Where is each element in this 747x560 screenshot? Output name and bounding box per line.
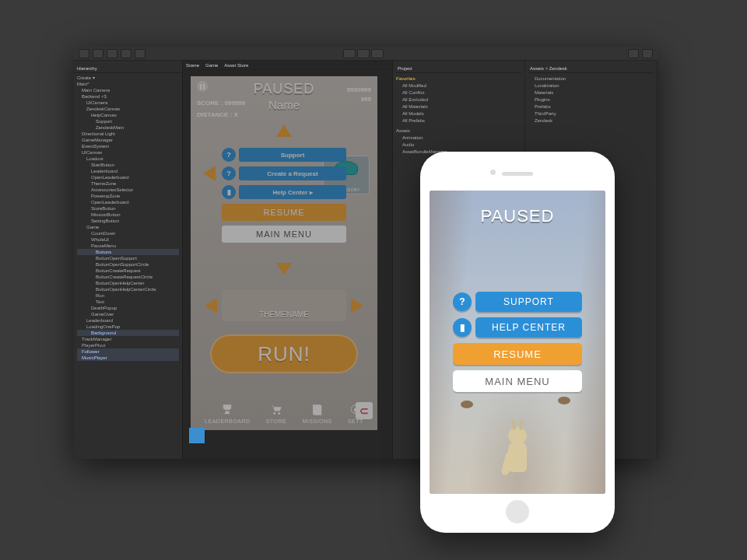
breadcrumb[interactable]: Assets > Zendesk bbox=[530, 66, 567, 71]
project-item[interactable]: Audio bbox=[396, 142, 521, 149]
hierarchy-item[interactable]: StartButton bbox=[77, 162, 179, 168]
hierarchy-item[interactable]: Backend <3 bbox=[77, 93, 179, 100]
theme-selector[interactable]: THEMENAME bbox=[222, 290, 346, 321]
hierarchy-item[interactable]: Create ▾ bbox=[77, 75, 179, 81]
project-item[interactable]: Prefabs bbox=[528, 103, 654, 110]
arrow-right-icon[interactable] bbox=[351, 298, 363, 313]
hierarchy-item[interactable]: Leaderboard bbox=[77, 168, 179, 174]
play-button[interactable] bbox=[343, 49, 356, 58]
help-center-button[interactable]: Help Center ▸ bbox=[239, 185, 346, 199]
run-button[interactable]: RUN! bbox=[210, 334, 358, 373]
rect-tool[interactable] bbox=[135, 49, 146, 58]
hierarchy-tab[interactable]: Hierarchy bbox=[77, 66, 97, 71]
layers-dropdown[interactable] bbox=[628, 49, 639, 58]
hierarchy-item[interactable]: Main* bbox=[77, 81, 179, 87]
nav-leaderboard[interactable]: LEADERBOARD bbox=[205, 403, 250, 424]
hierarchy-item[interactable]: UICanvas bbox=[77, 149, 179, 156]
hierarchy-item[interactable]: GameManager bbox=[77, 137, 179, 143]
phone-support-button[interactable]: SUPPORT bbox=[475, 292, 582, 312]
hierarchy-item[interactable]: Main Camera bbox=[77, 87, 179, 93]
hierarchy-item[interactable]: Follower bbox=[77, 348, 179, 355]
arrow-down-icon[interactable] bbox=[276, 263, 292, 275]
hierarchy-item[interactable]: Support bbox=[77, 118, 179, 124]
hierarchy-item[interactable]: Run bbox=[77, 292, 179, 299]
asset-store-tab[interactable]: Asset Store bbox=[224, 63, 248, 68]
move-tool[interactable] bbox=[93, 49, 103, 58]
hierarchy-item[interactable]: WholeUI bbox=[77, 236, 179, 243]
hierarchy-item[interactable]: ZendeskMain bbox=[77, 124, 179, 131]
hierarchy-item[interactable]: AccessoriesSelector bbox=[77, 187, 179, 193]
layout-dropdown[interactable] bbox=[642, 49, 653, 58]
question-icon[interactable]: ? bbox=[453, 292, 472, 311]
support-button[interactable]: Support bbox=[239, 148, 346, 162]
hierarchy-item[interactable]: EventSystem bbox=[77, 143, 179, 149]
hierarchy-item[interactable]: ButtonCreateRequestCircle bbox=[77, 274, 179, 280]
hierarchy-item[interactable]: OpenLeaderboard bbox=[77, 199, 179, 205]
hierarchy-item[interactable]: OpenLeaderboard bbox=[77, 174, 179, 180]
nav-store[interactable]: STORE bbox=[266, 403, 287, 424]
favorites-folder[interactable]: Favorites bbox=[396, 75, 521, 82]
hierarchy-item[interactable]: HelpCanvas bbox=[77, 112, 179, 118]
hierarchy-item[interactable]: ButtonOpenSupport bbox=[77, 255, 179, 261]
hierarchy-item[interactable]: MissionButton bbox=[77, 212, 179, 218]
hand-tool[interactable] bbox=[79, 49, 89, 58]
scene-tab[interactable]: Scene bbox=[186, 63, 199, 68]
hierarchy-item[interactable]: PowerupZone bbox=[77, 193, 179, 199]
hierarchy-item[interactable]: CountDown bbox=[77, 230, 179, 236]
hierarchy-item[interactable]: LoadingOnePop bbox=[77, 324, 179, 330]
arrow-up-icon[interactable] bbox=[276, 124, 292, 137]
hierarchy-item[interactable]: UICamera bbox=[77, 100, 179, 106]
phone-resume-button[interactable]: RESUME bbox=[453, 343, 582, 365]
project-item[interactable]: ThirdParty bbox=[528, 110, 654, 117]
hierarchy-item[interactable]: Directional Light bbox=[77, 131, 179, 137]
hierarchy-item[interactable]: MusicPlayer bbox=[77, 355, 179, 361]
main-menu-button[interactable]: MAIN MENU bbox=[222, 226, 346, 243]
step-button[interactable] bbox=[371, 49, 384, 58]
resume-button[interactable]: RESUME bbox=[222, 204, 346, 221]
project-item[interactable]: Materials bbox=[528, 89, 654, 96]
hierarchy-item[interactable]: DeathPopup bbox=[77, 305, 179, 311]
project-item[interactable]: Documentation bbox=[528, 75, 654, 82]
phone-help-center-button[interactable]: HELP CENTER bbox=[475, 317, 582, 338]
hierarchy-tree[interactable]: Create ▾ Main* Main Camera Backend <3 UI… bbox=[74, 73, 182, 362]
project-item[interactable]: Zendesk bbox=[528, 117, 654, 124]
selection-handle[interactable] bbox=[189, 428, 205, 443]
hierarchy-item[interactable]: SettingButton bbox=[77, 218, 179, 224]
game-tab[interactable]: Game bbox=[205, 63, 218, 68]
hierarchy-item[interactable]: Leaderboard bbox=[77, 317, 179, 324]
project-item[interactable]: All Prefabs bbox=[396, 117, 521, 124]
assets-folder[interactable]: Assets bbox=[396, 128, 521, 135]
project-item[interactable]: All Excluded bbox=[396, 96, 521, 103]
hierarchy-item[interactable]: TrackManager bbox=[77, 336, 179, 342]
scene-view[interactable]: PAUSED Name SCORE : 999999 DISTANCE : X … bbox=[191, 76, 377, 430]
rotate-tool[interactable] bbox=[107, 49, 117, 58]
hierarchy-item[interactable]: PauseMenu bbox=[77, 243, 179, 249]
hierarchy-item[interactable]: Background bbox=[77, 330, 179, 336]
hierarchy-item[interactable]: ButtonOpenSupportCircle bbox=[77, 261, 179, 268]
book-icon[interactable]: ▮ bbox=[222, 185, 236, 199]
hierarchy-item[interactable]: ButtonOpenHelpCenterCircle bbox=[77, 286, 179, 292]
hierarchy-item[interactable]: Game bbox=[77, 224, 179, 230]
project-item[interactable]: Localization bbox=[528, 82, 654, 89]
hierarchy-item[interactable]: ZendeskCanvas bbox=[77, 106, 179, 112]
create-request-button[interactable]: Create a Request bbox=[239, 166, 346, 180]
project-tab[interactable]: Project bbox=[398, 66, 412, 71]
hierarchy-item[interactable]: Loadout bbox=[77, 156, 179, 162]
hierarchy-item[interactable]: ButtonOpenHelpCenter bbox=[77, 280, 179, 286]
pause-button[interactable] bbox=[357, 49, 370, 58]
hierarchy-item[interactable]: ButtonCreateRequest bbox=[77, 268, 179, 274]
project-item[interactable]: All Models bbox=[396, 110, 521, 117]
project-item[interactable]: All Modified bbox=[396, 82, 521, 89]
scale-tool[interactable] bbox=[121, 49, 132, 58]
project-item[interactable]: Animation bbox=[396, 135, 521, 142]
hierarchy-item[interactable]: PlayerPivot bbox=[77, 342, 179, 348]
arrow-left-icon[interactable] bbox=[205, 298, 217, 313]
hierarchy-item[interactable]: Text bbox=[77, 299, 179, 305]
book-icon[interactable]: ▮ bbox=[453, 318, 472, 337]
hierarchy-item[interactable]: GameOver bbox=[77, 311, 179, 317]
question-icon[interactable]: ? bbox=[222, 148, 236, 162]
hierarchy-item[interactable]: Buttons bbox=[77, 249, 179, 255]
hierarchy-item[interactable]: StoreButton bbox=[77, 205, 179, 212]
arrow-left-icon[interactable] bbox=[203, 166, 216, 181]
project-item[interactable]: All Materials bbox=[396, 103, 521, 110]
